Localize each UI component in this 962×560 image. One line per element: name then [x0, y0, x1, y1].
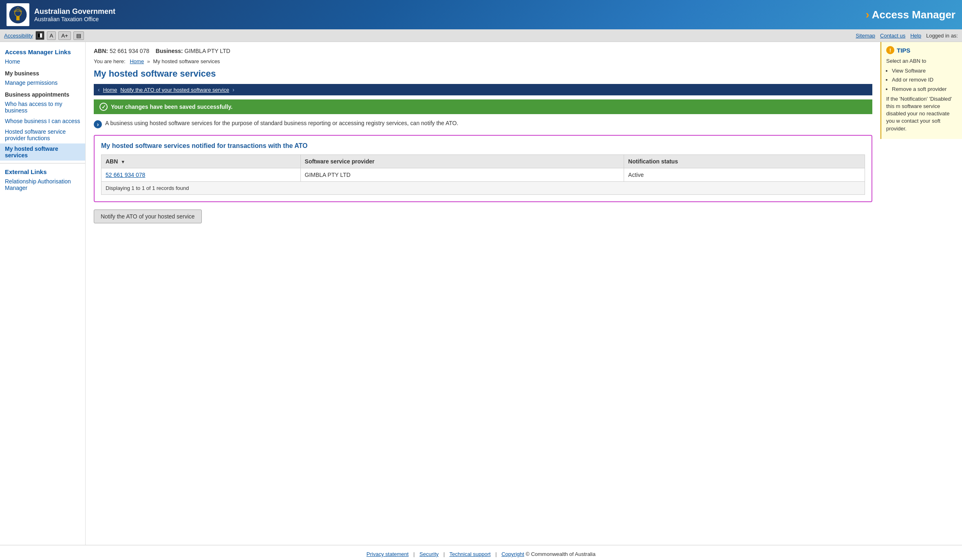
right-panel: ! TIPS Select an ABN to View Software Ad…: [880, 42, 962, 545]
sidebar-item-manage-permissions[interactable]: Manage permissions: [0, 77, 85, 88]
abn-link[interactable]: 52 661 934 078: [106, 172, 145, 178]
privacy-link[interactable]: Privacy statement: [366, 551, 408, 557]
header-left: Australian Government Australian Taxatio…: [7, 3, 115, 26]
footer-sep-2: |: [443, 551, 445, 557]
sitemap-link[interactable]: Sitemap: [856, 33, 875, 39]
sidebar-section-title: Access Manager Links: [0, 46, 85, 56]
table-row: 52 661 934 078 GIMBLA PTY LTD Active: [101, 168, 865, 182]
agency-name: Australian Government: [34, 7, 115, 16]
table-section-title: My hosted software services notified for…: [101, 142, 865, 150]
info-box: › A business using hosted software servi…: [94, 120, 872, 128]
nav-home-link[interactable]: Home: [103, 87, 117, 93]
table-footer: Displaying 1 to 1 of 1 records found: [101, 182, 865, 195]
tips-panel: ! TIPS Select an ABN to View Software Ad…: [880, 42, 962, 139]
sidebar-item-home[interactable]: Home: [0, 56, 85, 67]
main-layout: Access Manager Links Home My business Ma…: [0, 42, 962, 545]
footer-sep-3: |: [495, 551, 496, 557]
breadcrumb-you-are-here: You are here:: [94, 58, 126, 64]
sidebar-item-my-hosted-software[interactable]: My hosted software services: [0, 143, 85, 161]
nav-bar: ‹ Home Notify the ATO of your hosted sof…: [94, 84, 872, 95]
tips-bullet-1: View Software: [892, 67, 957, 75]
business-label: Business:: [156, 48, 183, 54]
toolbar: Accessibility A A+ ▤ Sitemap Contact us …: [0, 29, 962, 42]
success-icon: ✓: [99, 103, 108, 111]
footer: Privacy statement | Security | Technical…: [0, 545, 962, 560]
breadcrumb-separator: »: [147, 58, 150, 64]
accessibility-link[interactable]: Accessibility: [4, 33, 33, 39]
software-services-table: ABN ▼ Software service provider Notifica…: [101, 154, 865, 182]
gov-text: Australian Government Australian Taxatio…: [34, 7, 115, 22]
print-button[interactable]: ▤: [73, 31, 84, 40]
success-message: Your changes have been saved successfull…: [111, 104, 232, 110]
sidebar: Access Manager Links Home My business Ma…: [0, 42, 86, 545]
sidebar-item-who-has-access[interactable]: Who has access to my business: [0, 99, 85, 116]
security-link[interactable]: Security: [419, 551, 439, 557]
sidebar-my-business-title: My business: [0, 67, 85, 77]
tips-list: View Software Add or remove ID Remove a …: [892, 67, 957, 93]
page-title: My hosted software services: [94, 68, 872, 79]
font-size-a-button[interactable]: A: [47, 31, 56, 40]
info-icon: ›: [94, 120, 102, 128]
tech-support-link[interactable]: Technical support: [449, 551, 490, 557]
sidebar-divider: [0, 163, 85, 163]
header-page-title: Access Manager: [872, 9, 955, 21]
contrast-icon: [38, 33, 42, 38]
nav-forward-arrow: ›: [232, 86, 234, 93]
cell-status: Active: [624, 168, 865, 182]
svg-point-0: [9, 6, 27, 24]
sidebar-item-hosted-software[interactable]: Hosted software service provider functio…: [0, 126, 85, 143]
breadcrumb: You are here: Home » My hosted software …: [94, 58, 872, 64]
site-header: Australian Government Australian Taxatio…: [0, 0, 962, 29]
gov-logo: [7, 3, 29, 26]
footer-sep-1: |: [413, 551, 415, 557]
cell-abn: 52 661 934 078: [101, 168, 301, 182]
font-size-a-plus-button[interactable]: A+: [58, 31, 71, 40]
svg-rect-3: [16, 16, 20, 20]
notify-ato-button[interactable]: Notify the ATO of your hosted service: [94, 209, 202, 223]
abn-sort-icon: ▼: [121, 159, 125, 164]
table-header-row: ABN ▼ Software service provider Notifica…: [101, 155, 865, 168]
contrast-button[interactable]: [35, 31, 44, 40]
header-title: › Access Manager: [865, 8, 955, 21]
tips-content: Select an ABN to View Software Add or re…: [886, 57, 957, 132]
tips-note: If the 'Notification' 'Disabled' this m …: [886, 95, 957, 132]
sidebar-business-appointments-title: Business appointments: [0, 88, 85, 99]
col-provider: Software service provider: [300, 155, 624, 168]
sidebar-item-whose-business[interactable]: Whose business I can access: [0, 116, 85, 126]
col-status: Notification status: [624, 155, 865, 168]
sidebar-item-ram[interactable]: Relationship Authorisation Manager: [0, 176, 85, 193]
table-section: My hosted software services notified for…: [94, 135, 872, 202]
main-content: ABN: 52 661 934 078 Business: GIMBLA PTY…: [86, 42, 880, 545]
copyright-text: © Commonwealth of Australia: [525, 551, 595, 557]
tips-bullet-2: Add or remove ID: [892, 76, 957, 84]
help-link[interactable]: Help: [910, 33, 921, 39]
tips-icon: !: [886, 46, 894, 54]
nav-notify-link[interactable]: Notify the ATO of your hosted software s…: [120, 87, 229, 93]
info-text: A business using hosted software service…: [105, 120, 458, 126]
cell-provider: GIMBLA PTY LTD: [300, 168, 624, 182]
agency-sub: Australian Taxation Office: [34, 16, 115, 22]
business-name: GIMBLA PTY LTD: [185, 48, 230, 54]
breadcrumb-current: My hosted software services: [153, 58, 220, 64]
tips-intro: Select an ABN to: [886, 57, 957, 65]
sidebar-external-links-title: External Links: [0, 166, 85, 176]
success-banner: ✓ Your changes have been saved successfu…: [94, 99, 872, 114]
nav-back-arrow: ‹: [98, 86, 100, 93]
abn-label: ABN:: [94, 48, 108, 54]
abn-bar: ABN: 52 661 934 078 Business: GIMBLA PTY…: [94, 48, 872, 54]
tips-bullet-3: Remove a soft provider: [892, 86, 957, 93]
logged-in-label: Logged in as:: [926, 33, 958, 39]
breadcrumb-home-link[interactable]: Home: [130, 58, 144, 64]
header-chevron: ›: [865, 8, 869, 21]
col-abn[interactable]: ABN ▼: [101, 155, 301, 168]
toolbar-left: Accessibility A A+ ▤: [4, 31, 84, 40]
tips-title: ! TIPS: [886, 46, 957, 54]
copyright-link[interactable]: Copyright: [501, 551, 524, 557]
contact-link[interactable]: Contact us: [880, 33, 905, 39]
toolbar-right: Sitemap Contact us Help Logged in as:: [856, 33, 958, 39]
abn-value: 52 661 934 078: [110, 48, 149, 54]
